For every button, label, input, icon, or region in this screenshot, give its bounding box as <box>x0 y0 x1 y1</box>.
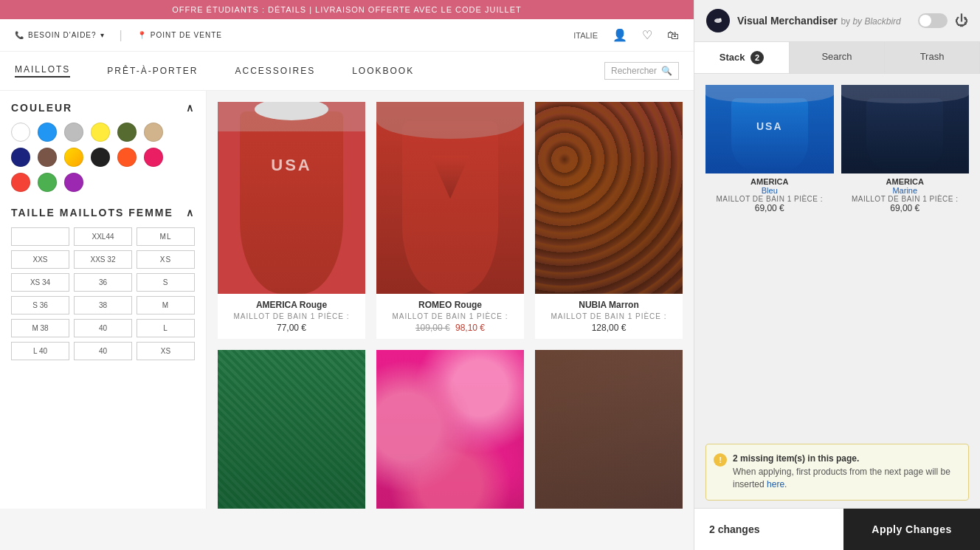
tab-stack[interactable]: Stack 2 <box>694 42 790 73</box>
svg-point-2 <box>720 18 722 21</box>
heart-icon[interactable]: ♡ <box>642 28 652 42</box>
panel-toggle-switch[interactable] <box>918 13 948 28</box>
product-category-3: MAILLOT DE BAIN 1 PIÈCE : <box>539 312 678 320</box>
top-banner: OFFRE ÉTUDIANTS : DÉTAILS | LIVRAISON OF… <box>0 0 694 19</box>
product-card-2[interactable]: ✓ ROMEO Rouge MAILLOT DE BAIN 1 PIÈCE : … <box>376 102 524 339</box>
color-purple[interactable] <box>64 173 83 192</box>
collapse-icon: ∧ <box>186 102 195 114</box>
size-xxl44[interactable]: XXL44 <box>74 227 132 246</box>
user-icon[interactable]: 👤 <box>612 28 627 42</box>
cart-icon[interactable]: 🛍 <box>667 29 679 42</box>
color-yellow[interactable] <box>91 123 110 142</box>
product-card-5[interactable] <box>376 350 524 509</box>
product-name-3: NUBIA Marron <box>539 300 678 310</box>
search-box[interactable]: Rechercher 🔍 <box>604 62 679 80</box>
product-name-2: ROMEO Rouge <box>381 300 520 310</box>
size-40[interactable]: 40 <box>74 319 132 337</box>
product-category-1: MAILLOT DE BAIN 1 PIÈCE : <box>222 312 361 320</box>
color-black[interactable] <box>91 148 110 167</box>
color-olive[interactable] <box>117 123 137 142</box>
tab-search-label: Search <box>821 51 852 62</box>
warning-title: 2 missing item(s) in this page. <box>733 453 959 464</box>
warning-text: When applying, first products from the n… <box>733 466 959 491</box>
product-card-3[interactable]: ✓ NUBIA Marron MAILLOT DE BAIN 1 PIÈCE :… <box>535 102 683 339</box>
nav-help[interactable]: 📞 BESOIN D'AIDE? ▾ <box>15 31 105 39</box>
cat-nav-pret[interactable]: PRÊT-À-PORTER <box>107 66 198 76</box>
size-s[interactable]: S <box>137 273 195 292</box>
power-button[interactable]: ⏻ <box>955 13 968 29</box>
stack-item-price-1: 69,00 € <box>705 203 834 213</box>
product-image-6 <box>535 350 683 509</box>
product-grid: USA AMERICA Rouge MAILLOT DE BAIN 1 PIÈC… <box>207 91 694 509</box>
color-light-gray[interactable] <box>64 123 83 142</box>
size-m38[interactable]: M 38 <box>11 319 69 337</box>
size-36[interactable]: 36 <box>74 273 132 292</box>
size-xs2[interactable]: XS <box>137 342 195 360</box>
color-pink[interactable] <box>144 148 163 167</box>
changes-count: 2 changes <box>694 509 843 550</box>
cat-nav-lookbook[interactable]: LOOKBOOK <box>352 66 414 76</box>
stack-item-category-2: MAILLOT DE BAIN 1 PIÈCE : <box>841 195 970 203</box>
banner-text: OFFRE ÉTUDIANTS : DÉTAILS | LIVRAISON OF… <box>172 5 522 14</box>
tab-search[interactable]: Search <box>790 42 885 73</box>
stack-item-price-2: 69,00 € <box>841 203 970 213</box>
panel-content: USA AMERICA Bleu MAILLOT DE BAIN 1 PIÈCE… <box>694 74 980 436</box>
color-beige[interactable] <box>144 123 163 142</box>
apply-changes-button[interactable]: Apply Changes <box>843 509 980 550</box>
size-38[interactable]: 38 <box>74 296 132 314</box>
size-ml[interactable]: ML <box>137 227 195 246</box>
warning-link[interactable]: here <box>767 479 784 489</box>
nav-location[interactable]: 📍 POINT DE VENTE <box>137 31 222 39</box>
stack-item-1[interactable]: USA AMERICA Bleu MAILLOT DE BAIN 1 PIÈCE… <box>705 85 834 213</box>
color-green[interactable] <box>38 173 57 192</box>
warning-box: ! 2 missing item(s) in this page. When a… <box>705 444 969 501</box>
stack-item-name-2: AMERICA <box>841 177 970 186</box>
stack-item-image-2 <box>841 85 970 173</box>
product-image-2 <box>376 102 524 294</box>
size-m[interactable]: M <box>137 296 195 314</box>
tab-trash[interactable]: Trash <box>885 42 980 73</box>
nav-bar: 📞 BESOIN D'AIDE? ▾ | 📍 POINT DE VENTE IT… <box>0 19 694 52</box>
size-xxs32[interactable]: XXS 32 <box>74 250 132 269</box>
product-image-5 <box>376 350 524 509</box>
size-xs[interactable]: XS <box>137 250 195 269</box>
location-icon: 📍 <box>137 31 147 39</box>
chevron-down-icon: ▾ <box>100 31 105 39</box>
size-xs34[interactable]: XS 34 <box>11 273 69 292</box>
product-old-price-2: 109,00 € <box>415 323 450 333</box>
size-l40[interactable]: L 40 <box>11 342 69 360</box>
panel-logo <box>706 9 730 32</box>
color-red[interactable] <box>11 173 30 192</box>
product-price-1: 77,00 € <box>222 323 361 333</box>
size-filter-title[interactable]: TAILLE MAILLOTS FEMME ∧ <box>11 207 195 219</box>
color-filter-title[interactable]: COULEUR ∧ <box>11 102 195 114</box>
color-orange[interactable] <box>117 148 137 167</box>
panel-subtitle: by Blackbird <box>852 16 900 27</box>
sidebar-filters: COULEUR ∧ <box>0 91 207 509</box>
size-grid: XXL44 ML XXS XXS 32 XS XS 34 36 S S 36 3… <box>11 227 195 360</box>
color-dark-blue[interactable] <box>11 148 30 167</box>
color-brown[interactable] <box>38 148 57 167</box>
color-label: COULEUR <box>11 102 72 114</box>
product-card-4[interactable] <box>218 350 365 509</box>
size-empty1[interactable] <box>11 227 69 246</box>
cat-nav-maillots[interactable]: MAILLOTS <box>15 64 70 78</box>
product-card-6[interactable] <box>535 350 683 509</box>
product-card-1[interactable]: USA AMERICA Rouge MAILLOT DE BAIN 1 PIÈC… <box>218 102 365 339</box>
color-gold[interactable] <box>64 148 83 167</box>
panel-by: by <box>841 16 852 27</box>
cat-nav-accessoires[interactable]: ACCESSOIRES <box>235 66 315 76</box>
size-s36[interactable]: S 36 <box>11 296 69 314</box>
product-info-2: ROMEO Rouge MAILLOT DE BAIN 1 PIÈCE : 10… <box>376 294 524 339</box>
color-white[interactable] <box>11 123 30 142</box>
color-blue[interactable] <box>38 123 57 142</box>
tab-stack-badge: 2 <box>750 51 764 64</box>
size-xxs[interactable]: XXS <box>11 250 69 269</box>
stack-item-color-2: Marine <box>841 186 970 195</box>
panel-tabs: Stack 2 Search Trash <box>694 42 980 74</box>
size-l[interactable]: L <box>137 319 195 337</box>
stack-item-2[interactable]: AMERICA Marine MAILLOT DE BAIN 1 PIÈCE :… <box>841 85 970 213</box>
color-filter-section: COULEUR ∧ <box>11 102 195 192</box>
size-40b[interactable]: 40 <box>74 342 132 360</box>
warning-icon: ! <box>714 453 727 467</box>
